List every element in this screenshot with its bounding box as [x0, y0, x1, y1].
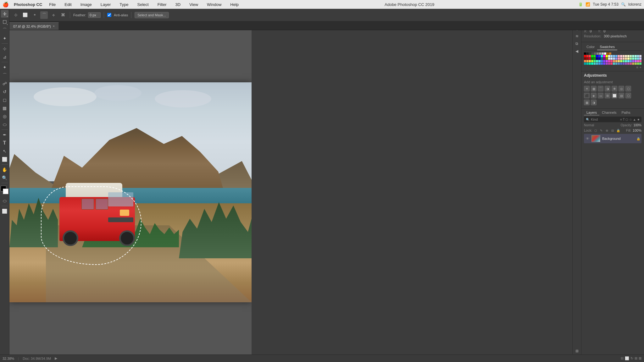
- sw5-16[interactable]: [620, 63, 622, 65]
- rotate-icon[interactable]: ↻: [630, 356, 633, 360]
- anti-alias-checkbox[interactable]: [107, 13, 111, 17]
- swatch-blue2[interactable]: [598, 55, 601, 57]
- swatch-col17[interactable]: [623, 58, 625, 60]
- menu-image[interactable]: Image: [79, 2, 94, 8]
- swatch-skyblue[interactable]: [637, 55, 639, 57]
- menu-window[interactable]: Window: [205, 2, 223, 8]
- sw4-11[interactable]: [608, 60, 610, 62]
- move-tool-icon[interactable]: ⊹: [12, 11, 19, 19]
- eyedropper-tool[interactable]: ⊿: [1, 53, 8, 61]
- sw4-24[interactable]: [639, 60, 641, 62]
- lasso-tool-active[interactable]: ⌒: [40, 11, 48, 19]
- swatch-darkblue1[interactable]: [596, 58, 598, 60]
- swatch-yellow1[interactable]: [606, 55, 608, 57]
- sw4-22[interactable]: [635, 60, 637, 62]
- swatch-mid-gray[interactable]: [594, 52, 596, 55]
- exposure-adj-icon[interactable]: ◑: [605, 86, 610, 91]
- swatch-lightgray4[interactable]: [639, 55, 641, 57]
- swatch-lightblue1[interactable]: [610, 55, 613, 57]
- tab-close-button[interactable]: ×: [53, 25, 55, 28]
- sw4-13[interactable]: [613, 60, 615, 62]
- layer-visibility-eye[interactable]: 👁: [585, 136, 590, 141]
- swatch-lightblue3[interactable]: [615, 55, 618, 57]
- sw5-2[interactable]: [586, 63, 589, 65]
- clone-stamp-tool[interactable]: ☍: [1, 80, 8, 87]
- sw4-7[interactable]: [598, 60, 601, 62]
- sw4-19[interactable]: [627, 60, 630, 62]
- swatches-menu-icon[interactable]: ≡: [636, 65, 638, 69]
- sw5-7[interactable]: [598, 63, 601, 65]
- healing-brush-tool[interactable]: ✦: [1, 63, 8, 71]
- sw4-23[interactable]: [637, 60, 639, 62]
- swatch-warmwhite[interactable]: [608, 58, 610, 60]
- blur-tool[interactable]: ◎: [1, 112, 8, 120]
- swatch-brown[interactable]: [607, 52, 609, 55]
- channels-panel-icon[interactable]: ≋: [574, 33, 580, 40]
- sw4-15[interactable]: [618, 60, 620, 62]
- sw5-19[interactable]: [627, 63, 630, 65]
- sw5-10[interactable]: [606, 63, 608, 65]
- pen-tool[interactable]: ✒: [1, 131, 8, 139]
- sw5-15[interactable]: [618, 63, 620, 65]
- swatch-col16[interactable]: [620, 58, 622, 60]
- hand-tool[interactable]: ✋: [1, 166, 8, 173]
- swatch-darkblue2[interactable]: [598, 58, 601, 60]
- sw4-4[interactable]: [591, 60, 593, 62]
- gradient-tool[interactable]: ▦: [1, 104, 8, 112]
- swatch-dark-gray1[interactable]: [586, 52, 589, 55]
- background-color[interactable]: [3, 189, 8, 194]
- swatch-dark-gray3[interactable]: [591, 52, 594, 55]
- search-menu-icon[interactable]: 🔍: [621, 2, 626, 7]
- sw5-11[interactable]: [608, 63, 610, 65]
- magic-wand-tool[interactable]: ✦: [1, 35, 8, 42]
- swatch-cyan1[interactable]: [601, 55, 603, 57]
- lasso-tool[interactable]: ⌒: [1, 26, 8, 34]
- feather-input[interactable]: [88, 12, 101, 18]
- sw5-4[interactable]: [591, 63, 593, 65]
- swatch-light-gray3[interactable]: [602, 52, 604, 55]
- swatch-red3[interactable]: [589, 55, 591, 57]
- swatch-orange[interactable]: [609, 52, 611, 55]
- sw4-6[interactable]: [596, 60, 598, 62]
- threshold-adj-icon[interactable]: ⬡: [625, 93, 631, 98]
- layers-search-bar[interactable]: 🔍 Kind ≡ T ⬡ ☆ ▲ ●: [584, 117, 641, 122]
- swatch-darkred2[interactable]: [586, 58, 589, 60]
- swatch-col22[interactable]: [635, 58, 637, 60]
- swatch-col18[interactable]: [625, 58, 627, 60]
- sw4-9[interactable]: [603, 60, 605, 62]
- menu-filter[interactable]: Filter: [156, 2, 169, 8]
- sw5-18[interactable]: [625, 63, 627, 65]
- bw-adj-icon[interactable]: ⬛: [584, 93, 590, 98]
- swatch-light-gray1[interactable]: [597, 52, 599, 55]
- hsl-adj-icon[interactable]: ◎: [619, 86, 624, 91]
- sw5-13[interactable]: [613, 63, 615, 65]
- swatch-crimson[interactable]: [589, 58, 591, 60]
- swatch-pink2[interactable]: [620, 55, 622, 57]
- sw4-17[interactable]: [623, 60, 625, 62]
- swatch-col23[interactable]: [637, 58, 639, 60]
- menu-view[interactable]: View: [187, 2, 200, 8]
- swatches-tab[interactable]: Swatches: [597, 44, 617, 50]
- color-tab[interactable]: Color: [584, 44, 597, 50]
- swatch-peach1[interactable]: [623, 55, 625, 57]
- dodge-tool[interactable]: ⬭: [1, 121, 8, 128]
- rectangle-shape-tool[interactable]: ⬜: [1, 156, 8, 163]
- lock-artboard-icon[interactable]: ⊟: [610, 128, 615, 133]
- lock-transparent-icon[interactable]: ⬡: [593, 128, 598, 133]
- status-expand-button[interactable]: ▶: [55, 356, 57, 360]
- paths-tab[interactable]: Paths: [619, 110, 633, 115]
- menu-edit[interactable]: Edit: [63, 2, 73, 8]
- channels-tab[interactable]: Channels: [599, 110, 619, 115]
- swatch-lightgreen1[interactable]: [630, 55, 632, 57]
- sw4-12[interactable]: [610, 60, 613, 62]
- colorbalance-adj-icon[interactable]: ⬡: [625, 86, 631, 91]
- swatch-magenta1[interactable]: [603, 55, 605, 57]
- poly-lasso-icon[interactable]: ⟡: [50, 11, 57, 19]
- swatch-darkmagenta[interactable]: [603, 58, 605, 60]
- swatch-red1[interactable]: [584, 55, 586, 57]
- sw5-20[interactable]: [630, 63, 632, 65]
- swatch-mint2[interactable]: [635, 55, 637, 57]
- sw5-6[interactable]: [596, 63, 598, 65]
- swatch-col21[interactable]: [632, 58, 634, 60]
- sw4-3[interactable]: [589, 60, 591, 62]
